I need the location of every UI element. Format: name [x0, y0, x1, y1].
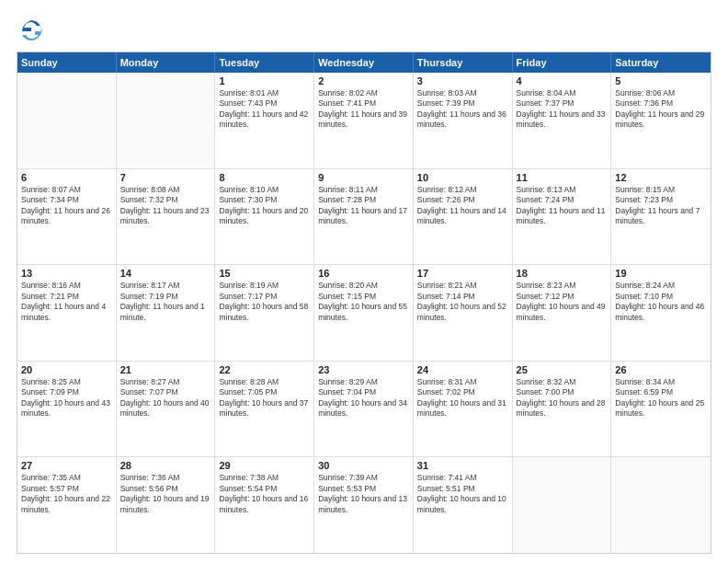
cell-info: Sunrise: 8:08 AM Sunset: 7:32 PM Dayligh… — [120, 185, 211, 227]
day-number: 18 — [517, 268, 608, 279]
day-number: 16 — [318, 268, 409, 279]
cell-info: Sunrise: 8:25 AM Sunset: 7:09 PM Dayligh… — [21, 377, 112, 419]
cell-info: Sunrise: 8:16 AM Sunset: 7:21 PM Dayligh… — [21, 281, 112, 323]
day-number: 1 — [219, 75, 310, 86]
cell-info: Sunrise: 8:02 AM Sunset: 7:41 PM Dayligh… — [318, 88, 409, 131]
calendar-body: 1Sunrise: 8:01 AM Sunset: 7:43 PM Daylig… — [17, 73, 711, 553]
cal-cell: 31Sunrise: 7:41 AM Sunset: 5:51 PM Dayli… — [414, 457, 513, 553]
cell-info: Sunrise: 8:12 AM Sunset: 7:26 PM Dayligh… — [417, 185, 508, 227]
day-number: 15 — [219, 268, 310, 279]
cal-cell: 17Sunrise: 8:21 AM Sunset: 7:14 PM Dayli… — [414, 265, 513, 361]
cell-info: Sunrise: 8:03 AM Sunset: 7:39 PM Dayligh… — [417, 88, 508, 131]
day-number: 10 — [417, 172, 508, 183]
week-row-2: 13Sunrise: 8:16 AM Sunset: 7:21 PM Dayli… — [17, 265, 711, 362]
week-row-4: 27Sunrise: 7:35 AM Sunset: 5:57 PM Dayli… — [17, 457, 711, 553]
cell-info: Sunrise: 8:21 AM Sunset: 7:14 PM Dayligh… — [417, 281, 508, 323]
cal-cell: 28Sunrise: 7:36 AM Sunset: 5:56 PM Dayli… — [117, 457, 216, 553]
day-number: 7 — [120, 172, 211, 183]
logo — [17, 17, 44, 42]
day-number: 11 — [517, 172, 608, 183]
day-number: 26 — [615, 364, 707, 375]
cal-cell: 19Sunrise: 8:24 AM Sunset: 7:10 PM Dayli… — [611, 265, 711, 361]
cell-info: Sunrise: 8:10 AM Sunset: 7:30 PM Dayligh… — [219, 185, 310, 227]
cal-cell: 3Sunrise: 8:03 AM Sunset: 7:39 PM Daylig… — [414, 73, 513, 168]
cal-cell: 13Sunrise: 8:16 AM Sunset: 7:21 PM Dayli… — [17, 265, 117, 361]
cell-info: Sunrise: 7:38 AM Sunset: 5:54 PM Dayligh… — [219, 473, 310, 515]
cal-cell: 5Sunrise: 8:06 AM Sunset: 7:36 PM Daylig… — [611, 73, 711, 168]
day-header-sunday: Sunday — [17, 52, 117, 73]
day-number: 9 — [318, 172, 409, 183]
cell-info: Sunrise: 8:19 AM Sunset: 7:17 PM Dayligh… — [219, 281, 310, 323]
cal-cell: 2Sunrise: 8:02 AM Sunset: 7:41 PM Daylig… — [314, 73, 414, 168]
header — [17, 17, 711, 42]
calendar-header: SundayMondayTuesdayWednesdayThursdayFrid… — [17, 52, 711, 73]
day-number: 2 — [318, 75, 409, 86]
cal-cell: 6Sunrise: 8:07 AM Sunset: 7:34 PM Daylig… — [17, 169, 117, 265]
day-number: 13 — [21, 268, 112, 279]
day-number: 21 — [120, 364, 211, 375]
cell-info: Sunrise: 8:15 AM Sunset: 7:23 PM Dayligh… — [615, 185, 707, 227]
day-header-tuesday: Tuesday — [215, 52, 314, 73]
cal-cell: 11Sunrise: 8:13 AM Sunset: 7:24 PM Dayli… — [513, 169, 612, 265]
cal-cell: 7Sunrise: 8:08 AM Sunset: 7:32 PM Daylig… — [117, 169, 216, 265]
week-row-1: 6Sunrise: 8:07 AM Sunset: 7:34 PM Daylig… — [17, 169, 711, 266]
day-number: 14 — [120, 268, 211, 279]
day-number: 24 — [417, 364, 508, 375]
day-header-friday: Friday — [513, 52, 612, 73]
day-number: 25 — [517, 364, 608, 375]
cal-cell: 21Sunrise: 8:27 AM Sunset: 7:07 PM Dayli… — [117, 362, 216, 457]
cal-cell: 1Sunrise: 8:01 AM Sunset: 7:43 PM Daylig… — [215, 73, 314, 168]
day-number: 5 — [615, 75, 707, 86]
cal-cell — [513, 457, 612, 553]
cell-info: Sunrise: 8:23 AM Sunset: 7:12 PM Dayligh… — [517, 281, 608, 323]
day-header-saturday: Saturday — [611, 52, 711, 73]
cell-info: Sunrise: 8:06 AM Sunset: 7:36 PM Dayligh… — [615, 88, 707, 131]
cell-info: Sunrise: 8:29 AM Sunset: 7:04 PM Dayligh… — [318, 377, 409, 419]
cal-cell: 27Sunrise: 7:35 AM Sunset: 5:57 PM Dayli… — [17, 457, 117, 553]
cell-info: Sunrise: 8:04 AM Sunset: 7:37 PM Dayligh… — [517, 88, 608, 131]
cal-cell: 29Sunrise: 7:38 AM Sunset: 5:54 PM Dayli… — [215, 457, 314, 553]
calendar: SundayMondayTuesdayWednesdayThursdayFrid… — [17, 52, 711, 554]
cal-cell: 20Sunrise: 8:25 AM Sunset: 7:09 PM Dayli… — [17, 362, 117, 457]
cell-info: Sunrise: 8:31 AM Sunset: 7:02 PM Dayligh… — [417, 377, 508, 419]
cell-info: Sunrise: 7:36 AM Sunset: 5:56 PM Dayligh… — [120, 473, 211, 515]
cal-cell: 16Sunrise: 8:20 AM Sunset: 7:15 PM Dayli… — [314, 265, 414, 361]
day-number: 4 — [517, 75, 608, 86]
cal-cell: 18Sunrise: 8:23 AM Sunset: 7:12 PM Dayli… — [513, 265, 612, 361]
day-number: 12 — [615, 172, 707, 183]
cell-info: Sunrise: 7:39 AM Sunset: 5:53 PM Dayligh… — [318, 473, 409, 515]
cal-cell: 4Sunrise: 8:04 AM Sunset: 7:37 PM Daylig… — [513, 73, 612, 168]
week-row-0: 1Sunrise: 8:01 AM Sunset: 7:43 PM Daylig… — [17, 73, 711, 169]
cell-info: Sunrise: 8:28 AM Sunset: 7:05 PM Dayligh… — [219, 377, 310, 419]
cal-cell: 9Sunrise: 8:11 AM Sunset: 7:28 PM Daylig… — [314, 169, 414, 265]
page: SundayMondayTuesdayWednesdayThursdayFrid… — [0, 0, 728, 563]
cal-cell — [611, 457, 711, 553]
cell-info: Sunrise: 8:34 AM Sunset: 6:59 PM Dayligh… — [615, 377, 707, 419]
cell-info: Sunrise: 8:13 AM Sunset: 7:24 PM Dayligh… — [517, 185, 608, 227]
cal-cell — [117, 73, 216, 168]
cal-cell: 12Sunrise: 8:15 AM Sunset: 7:23 PM Dayli… — [611, 169, 711, 265]
day-number: 3 — [417, 75, 508, 86]
cell-info: Sunrise: 8:24 AM Sunset: 7:10 PM Dayligh… — [615, 281, 707, 323]
cell-info: Sunrise: 8:32 AM Sunset: 7:00 PM Dayligh… — [517, 377, 608, 419]
cal-cell: 24Sunrise: 8:31 AM Sunset: 7:02 PM Dayli… — [414, 362, 513, 457]
cal-cell: 26Sunrise: 8:34 AM Sunset: 6:59 PM Dayli… — [611, 362, 711, 457]
day-number: 30 — [318, 460, 409, 471]
cal-cell: 10Sunrise: 8:12 AM Sunset: 7:26 PM Dayli… — [414, 169, 513, 265]
day-number: 27 — [21, 460, 112, 471]
cal-cell — [17, 73, 117, 168]
cell-info: Sunrise: 8:01 AM Sunset: 7:43 PM Dayligh… — [219, 88, 310, 131]
cal-cell: 22Sunrise: 8:28 AM Sunset: 7:05 PM Dayli… — [215, 362, 314, 457]
day-header-wednesday: Wednesday — [314, 52, 414, 73]
cal-cell: 8Sunrise: 8:10 AM Sunset: 7:30 PM Daylig… — [215, 169, 314, 265]
cell-info: Sunrise: 7:41 AM Sunset: 5:51 PM Dayligh… — [417, 473, 508, 515]
cell-info: Sunrise: 8:27 AM Sunset: 7:07 PM Dayligh… — [120, 377, 211, 419]
cal-cell: 30Sunrise: 7:39 AM Sunset: 5:53 PM Dayli… — [314, 457, 414, 553]
day-number: 22 — [219, 364, 310, 375]
cal-cell: 23Sunrise: 8:29 AM Sunset: 7:04 PM Dayli… — [314, 362, 414, 457]
day-number: 17 — [417, 268, 508, 279]
cell-info: Sunrise: 8:11 AM Sunset: 7:28 PM Dayligh… — [318, 185, 409, 227]
day-number: 19 — [615, 268, 707, 279]
day-number: 6 — [21, 172, 112, 183]
day-header-thursday: Thursday — [414, 52, 513, 73]
